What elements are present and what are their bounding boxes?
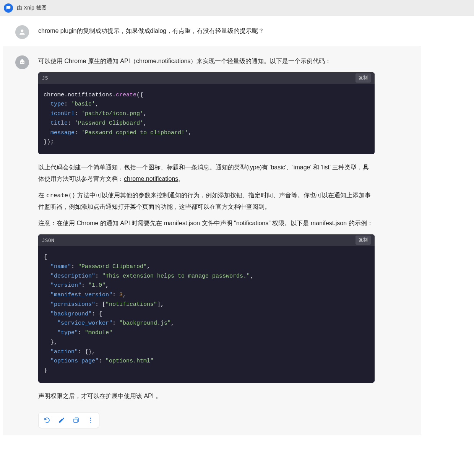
code-token: });	[44, 139, 54, 145]
text-span: 方法中可以使用其他的参数来控制通知的行为，例如添加按钮、指定时间、声音等。你也可…	[38, 192, 371, 210]
svg-point-2	[90, 422, 91, 423]
code-token: "options.html"	[106, 358, 154, 364]
code-token: "action"	[50, 349, 78, 355]
svg-point-1	[90, 420, 91, 421]
code-token: "options_page"	[50, 358, 99, 364]
assistant-p2: 以上代码会创建一个简单通知，包括一个图标、标题和一条消息。通知的类型(type)…	[38, 162, 375, 184]
code-token: title	[50, 120, 68, 127]
edit-button[interactable]	[55, 414, 68, 426]
copy-code-button[interactable]: 复制	[356, 236, 371, 245]
pencil-icon	[58, 417, 65, 424]
code-token: "permissions"	[50, 301, 95, 308]
code-token: {	[44, 254, 47, 260]
code-block-json: JSON 复制 { "name": "Password Clipbarod", …	[38, 234, 375, 383]
user-avatar	[15, 25, 29, 39]
code-lang-label: JSON	[42, 236, 54, 245]
code-token: type	[50, 101, 64, 107]
code-token: .	[64, 92, 68, 98]
assistant-p5: 声明权限之后，才可以在扩展中使用该 API 。	[38, 390, 375, 402]
user-message: chrome plugin的复制成功提示，如果做成dialog，有点重，有没有轻…	[3, 16, 421, 46]
user-text: chrome plugin的复制成功提示，如果做成dialog，有点重，有没有轻…	[38, 25, 375, 37]
code-token: chrome	[44, 92, 64, 98]
chat-page: chrome plugin的复制成功提示，如果做成dialog，有点重，有没有轻…	[3, 16, 421, 435]
copy-icon	[73, 417, 80, 424]
copy-code-button[interactable]: 复制	[356, 73, 371, 83]
code-token: 'Password copied to clipboard!'	[81, 130, 188, 136]
titlebar: 由 Xnip 截图	[0, 0, 474, 16]
code-token: "description"	[50, 273, 95, 279]
code-token: "1.0"	[88, 282, 106, 289]
code-token: iconUrl	[50, 110, 75, 117]
app-icon	[4, 3, 13, 13]
message-action-bar	[38, 412, 99, 428]
text-span: 。	[178, 175, 184, 182]
svg-point-0	[90, 418, 91, 419]
docs-link[interactable]: chrome.notifications	[124, 175, 178, 182]
code-token: notifications	[68, 92, 112, 98]
code-token: 'path/to/icon.png'	[81, 110, 143, 117]
code-token: "manifest_version"	[50, 292, 112, 298]
code-header: JS 复制	[38, 72, 375, 84]
code-block-js: JS 复制 chrome.notifications.create({ type…	[38, 72, 375, 154]
code-token: 'basic'	[71, 101, 95, 107]
code-token: "name"	[50, 263, 71, 270]
titlebar-text: 由 Xnip 截图	[17, 5, 47, 11]
code-token: "version"	[50, 282, 81, 289]
text-span: 以上代码会创建一个简单通知，包括一个图标、标题和一条消息。通知的类型(type)…	[38, 164, 369, 182]
code-token: ({	[136, 92, 143, 98]
code-body[interactable]: chrome.notifications.create({ type: 'bas…	[38, 84, 375, 154]
code-token: 3	[119, 292, 123, 298]
assistant-p4: 注意：在使用 Chrome 的通知 API 时需要先在 manifest.jso…	[38, 218, 375, 229]
code-token: "module"	[85, 330, 112, 336]
code-token: }	[44, 367, 47, 374]
regenerate-button[interactable]	[40, 414, 54, 426]
text-span: 在	[38, 192, 46, 198]
code-token: "This extension helps to manage password…	[102, 273, 250, 279]
refresh-icon	[44, 417, 50, 424]
code-token: "type"	[57, 330, 78, 336]
code-body[interactable]: { "name": "Password Clipbarod", "descrip…	[38, 246, 375, 383]
more-button[interactable]	[84, 414, 97, 426]
code-token: create	[116, 92, 136, 98]
code-token: "background"	[50, 311, 92, 317]
code-lang-label: JS	[42, 73, 48, 82]
code-token: "background.js"	[119, 320, 171, 327]
assistant-intro: 可以使用 Chrome 原生的通知 API（chrome.notificatio…	[38, 55, 375, 67]
inline-code: create()	[46, 192, 75, 199]
bot-avatar	[15, 55, 29, 69]
assistant-p3: 在 create() 方法中可以使用其他的参数来控制通知的行为，例如添加按钮、指…	[38, 190, 375, 212]
code-header: JSON 复制	[38, 234, 375, 246]
code-token: "notifications"	[106, 301, 157, 308]
code-token: message	[50, 130, 75, 136]
code-token: .	[112, 92, 116, 98]
code-token: "service_worker"	[57, 320, 112, 327]
assistant-message: 可以使用 Chrome 原生的通知 API（chrome.notificatio…	[3, 46, 421, 435]
code-token: 'Password Clipboard'	[75, 120, 143, 127]
more-vertical-icon	[87, 417, 94, 424]
copy-button[interactable]	[69, 414, 83, 426]
code-token: "Password Clipbarod"	[78, 263, 147, 270]
